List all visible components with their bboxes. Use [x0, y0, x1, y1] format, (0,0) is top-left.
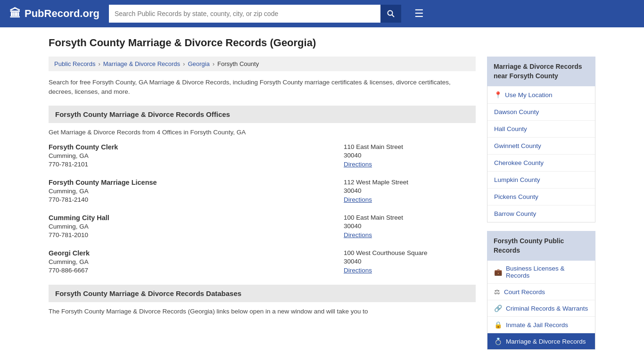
office-phone: 770-781-2101 [49, 161, 334, 168]
public-records-item[interactable]: 🔗 Criminal Records & Warrants [487, 300, 595, 317]
databases-section-desc: The Forsyth County Marriage & Divorce Re… [49, 308, 476, 315]
public-records-item[interactable]: 💍 Marriage & Divorce Records [487, 333, 595, 349]
public-records-item[interactable]: 🔒 Inmate & Jail Records [487, 317, 595, 333]
content-layout: Public Records › Marriage & Divorce Reco… [49, 57, 595, 350]
public-records-item[interactable]: ⚖ Court Records [487, 284, 595, 300]
office-city: Cumming, GA [49, 223, 334, 230]
nearby-county-item[interactable]: Barrow County [487, 206, 595, 222]
nearby-county-item[interactable]: Pickens County [487, 189, 595, 206]
office-address: 110 East Main Street [344, 143, 476, 150]
office-address: 100 West Courthouse Square [344, 249, 476, 256]
public-records-link[interactable]: Criminal Records & Warrants [506, 305, 588, 312]
office-zip: 30040 [344, 222, 476, 230]
office-name: Forsyth County Clerk [49, 143, 334, 151]
public-records-link[interactable]: Business Licenses & Records [506, 265, 588, 279]
search-icon [387, 10, 395, 17]
nearby-links: 📍 Use My Location Dawson CountyHall Coun… [487, 86, 595, 222]
public-records-link[interactable]: Marriage & Divorce Records [506, 338, 586, 345]
office-left-3: Georgi Clerk Cumming, GA 770-886-6667 [49, 249, 344, 275]
use-my-location-link[interactable]: Use My Location [505, 91, 553, 99]
office-zip: 30040 [344, 152, 476, 159]
pr-icon: ⚖ [494, 288, 500, 296]
office-address: 100 East Main Street [344, 214, 476, 221]
nearby-county-item[interactable]: Gwinnett County [487, 138, 595, 155]
search-button[interactable] [380, 5, 401, 23]
svg-line-1 [392, 15, 394, 17]
nearby-county-item[interactable]: Hall County [487, 121, 595, 138]
office-name: Forsyth County Marriage License [49, 179, 334, 186]
directions-link[interactable]: Directions [344, 231, 372, 239]
pr-icon: 🔗 [494, 304, 502, 312]
office-city: Cumming, GA [49, 152, 334, 159]
nearby-county-link[interactable]: Cherokee County [494, 159, 544, 166]
office-phone: 770-781-2010 [49, 231, 334, 239]
breadcrumb: Public Records › Marriage & Divorce Reco… [49, 57, 476, 71]
office-right-2: 100 East Main Street 30040 Directions [344, 214, 476, 240]
page-title: Forsyth County Marriage & Divorce Record… [49, 37, 595, 49]
office-entry: Georgi Clerk Cumming, GA 770-886-6667 10… [49, 249, 476, 275]
office-right-3: 100 West Courthouse Square 30040 Directi… [344, 249, 476, 275]
breadcrumb-public-records[interactable]: Public Records [54, 60, 95, 67]
pr-icon: 💍 [494, 337, 502, 345]
breadcrumb-forsyth: Forsyth County [217, 60, 259, 67]
search-input[interactable] [109, 5, 380, 23]
nearby-county-link[interactable]: Dawson County [494, 108, 539, 115]
office-zip: 30040 [344, 187, 476, 194]
office-entry: Forsyth County Marriage License Cumming,… [49, 179, 476, 205]
page-description: Search for free Forsyth County, GA Marri… [49, 78, 476, 97]
directions-link[interactable]: Directions [344, 267, 372, 274]
office-phone: 770-781-2140 [49, 196, 334, 203]
hamburger-menu-button[interactable]: ☰ [411, 6, 428, 22]
public-records-item[interactable]: 💼 Business Licenses & Records [487, 261, 595, 284]
directions-link[interactable]: Directions [344, 161, 372, 168]
office-right-1: 112 West Maple Street 30040 Directions [344, 179, 476, 205]
public-records-section-header: Forsyth County Public Records [487, 231, 595, 261]
main-content: Public Records › Marriage & Divorce Reco… [49, 57, 476, 350]
office-left-1: Forsyth County Marriage License Cumming,… [49, 179, 344, 205]
logo[interactable]: 🏛 PubRecord.org [9, 7, 99, 20]
svg-point-0 [388, 11, 392, 16]
page-container: Forsyth County Marriage & Divorce Record… [39, 27, 605, 359]
public-records-link[interactable]: Court Records [504, 288, 545, 296]
sidebar: Marriage & Divorce Records near Forsyth … [487, 57, 595, 350]
offices-section-header: Forsyth County Marriage & Divorce Record… [49, 106, 476, 123]
office-phone: 770-886-6667 [49, 267, 334, 274]
office-right-0: 110 East Main Street 30040 Directions [344, 143, 476, 169]
logo-icon: 🏛 [9, 7, 21, 20]
office-entry: Cumming City Hall Cumming, GA 770-781-20… [49, 214, 476, 240]
office-city: Cumming, GA [49, 188, 334, 195]
office-city: Cumming, GA [49, 258, 334, 265]
nearby-county-link[interactable]: Gwinnett County [494, 142, 541, 149]
nearby-county-link[interactable]: Hall County [494, 125, 527, 132]
nearby-county-item[interactable]: Dawson County [487, 104, 595, 121]
office-address: 112 West Maple Street [344, 179, 476, 186]
use-my-location-item[interactable]: 📍 Use My Location [487, 86, 595, 104]
office-list: Forsyth County Clerk Cumming, GA 770-781… [49, 143, 476, 275]
public-records-link[interactable]: Inmate & Jail Records [506, 321, 568, 329]
nearby-county-link[interactable]: Lumpkin County [494, 176, 540, 183]
directions-link[interactable]: Directions [344, 196, 372, 203]
public-records-list: 💼 Business Licenses & Records ⚖ Court Re… [487, 261, 595, 350]
office-left-2: Cumming City Hall Cumming, GA 770-781-20… [49, 214, 344, 240]
nearby-section-header: Marriage & Divorce Records near Forsyth … [487, 57, 595, 86]
office-left-0: Forsyth County Clerk Cumming, GA 770-781… [49, 143, 344, 169]
nearby-county-link[interactable]: Barrow County [494, 210, 536, 217]
pr-icon: 💼 [494, 268, 502, 276]
databases-section: Forsyth County Marriage & Divorce Record… [49, 285, 476, 315]
site-header: 🏛 PubRecord.org ☰ [0, 0, 644, 27]
nearby-county-list: Dawson CountyHall CountyGwinnett CountyC… [487, 104, 595, 222]
breadcrumb-georgia[interactable]: Georgia [188, 60, 209, 67]
logo-text: PubRecord.org [25, 8, 99, 20]
breadcrumb-marriage-divorce[interactable]: Marriage & Divorce Records [103, 60, 180, 67]
offices-section-desc: Get Marriage & Divorce Records from 4 Of… [49, 129, 476, 136]
office-entry: Forsyth County Clerk Cumming, GA 770-781… [49, 143, 476, 169]
pr-icon: 🔒 [494, 321, 502, 329]
office-zip: 30040 [344, 258, 476, 265]
nearby-county-link[interactable]: Pickens County [494, 193, 538, 200]
office-name: Georgi Clerk [49, 249, 334, 257]
nearby-county-item[interactable]: Cherokee County [487, 155, 595, 172]
location-icon: 📍 [494, 91, 502, 99]
search-bar [109, 5, 401, 23]
nearby-county-item[interactable]: Lumpkin County [487, 172, 595, 189]
office-name: Cumming City Hall [49, 214, 334, 222]
